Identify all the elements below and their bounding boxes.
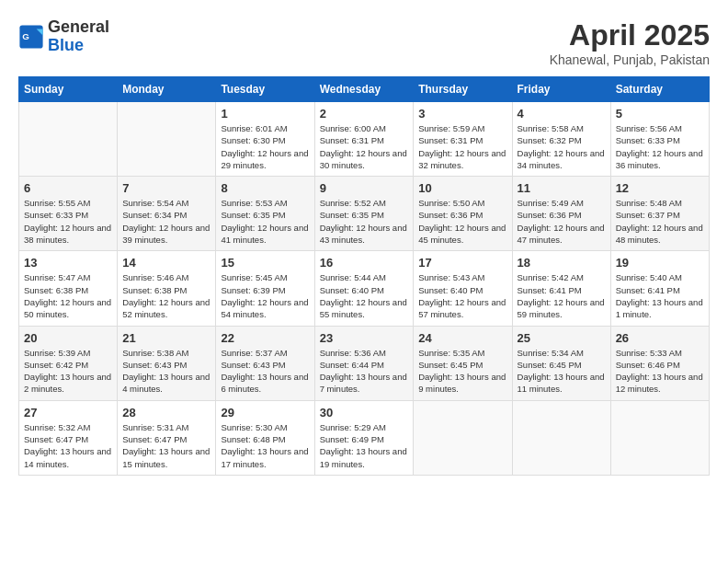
- day-number: 25: [518, 331, 606, 345]
- calendar-cell: 27Sunrise: 5:32 AMSunset: 6:47 PMDayligh…: [19, 400, 118, 475]
- calendar-cell: 29Sunrise: 5:30 AMSunset: 6:48 PMDayligh…: [216, 400, 314, 475]
- day-number: 29: [221, 406, 309, 419]
- calendar-cell: 30Sunrise: 5:29 AMSunset: 6:49 PMDayligh…: [314, 400, 414, 475]
- day-info: Sunrise: 5:29 AMSunset: 6:49 PMDaylight:…: [320, 421, 409, 470]
- logo: G General Blue: [18, 18, 109, 55]
- calendar-cell: [512, 400, 610, 475]
- day-number: 5: [616, 107, 704, 121]
- day-info: Sunrise: 5:50 AMSunset: 6:36 PMDaylight:…: [418, 197, 506, 246]
- week-row: 1Sunrise: 6:01 AMSunset: 6:30 PMDaylight…: [19, 102, 710, 177]
- svg-text:G: G: [22, 31, 29, 41]
- calendar-cell: 28Sunrise: 5:31 AMSunset: 6:47 PMDayligh…: [118, 400, 216, 475]
- day-number: 28: [122, 406, 210, 419]
- column-header-saturday: Saturday: [610, 77, 709, 102]
- calendar-cell: 17Sunrise: 5:43 AMSunset: 6:40 PMDayligh…: [414, 251, 512, 326]
- day-number: 7: [122, 181, 210, 195]
- week-row: 13Sunrise: 5:47 AMSunset: 6:38 PMDayligh…: [19, 251, 710, 326]
- calendar-cell: 6Sunrise: 5:55 AMSunset: 6:33 PMDaylight…: [19, 177, 118, 251]
- day-number: 19: [616, 256, 704, 270]
- day-number: 10: [418, 181, 506, 195]
- day-info: Sunrise: 5:58 AMSunset: 6:32 PMDaylight:…: [518, 122, 606, 171]
- column-header-sunday: Sunday: [19, 77, 118, 102]
- calendar-cell: 10Sunrise: 5:50 AMSunset: 6:36 PMDayligh…: [414, 177, 512, 251]
- day-number: 4: [518, 107, 606, 121]
- day-info: Sunrise: 6:01 AMSunset: 6:30 PMDaylight:…: [221, 122, 309, 171]
- day-info: Sunrise: 5:45 AMSunset: 6:39 PMDaylight:…: [221, 271, 309, 320]
- title-area: April 2025 Khanewal, Punjab, Pakistan: [550, 18, 710, 67]
- week-row: 27Sunrise: 5:32 AMSunset: 6:47 PMDayligh…: [19, 400, 710, 475]
- week-row: 20Sunrise: 5:39 AMSunset: 6:42 PMDayligh…: [19, 326, 710, 400]
- day-info: Sunrise: 5:38 AMSunset: 6:43 PMDaylight:…: [122, 347, 210, 396]
- day-number: 14: [122, 256, 210, 270]
- day-info: Sunrise: 5:31 AMSunset: 6:47 PMDaylight:…: [122, 421, 210, 470]
- calendar-cell: 21Sunrise: 5:38 AMSunset: 6:43 PMDayligh…: [118, 326, 216, 400]
- day-info: Sunrise: 5:36 AMSunset: 6:44 PMDaylight:…: [320, 347, 409, 396]
- day-info: Sunrise: 5:33 AMSunset: 6:46 PMDaylight:…: [616, 347, 704, 396]
- location-title: Khanewal, Punjab, Pakistan: [550, 52, 710, 67]
- day-info: Sunrise: 5:54 AMSunset: 6:34 PMDaylight:…: [122, 197, 210, 246]
- logo-text: General Blue: [48, 18, 109, 55]
- day-info: Sunrise: 5:39 AMSunset: 6:42 PMDaylight:…: [24, 347, 112, 396]
- day-number: 11: [518, 181, 606, 195]
- day-number: 6: [24, 181, 112, 195]
- calendar-cell: 7Sunrise: 5:54 AMSunset: 6:34 PMDaylight…: [118, 177, 216, 251]
- week-row: 6Sunrise: 5:55 AMSunset: 6:33 PMDaylight…: [19, 177, 710, 251]
- column-header-wednesday: Wednesday: [314, 77, 414, 102]
- day-number: 24: [418, 331, 506, 345]
- day-info: Sunrise: 5:56 AMSunset: 6:33 PMDaylight:…: [616, 122, 704, 171]
- calendar-cell: 16Sunrise: 5:44 AMSunset: 6:40 PMDayligh…: [314, 251, 414, 326]
- month-title: April 2025: [550, 18, 710, 52]
- logo-line1: General: [48, 18, 109, 37]
- calendar-cell: 24Sunrise: 5:35 AMSunset: 6:45 PMDayligh…: [414, 326, 512, 400]
- calendar-cell: 12Sunrise: 5:48 AMSunset: 6:37 PMDayligh…: [610, 177, 709, 251]
- day-info: Sunrise: 5:47 AMSunset: 6:38 PMDaylight:…: [24, 271, 112, 320]
- calendar-cell: 11Sunrise: 5:49 AMSunset: 6:36 PMDayligh…: [512, 177, 610, 251]
- day-number: 16: [320, 256, 409, 270]
- day-number: 13: [24, 256, 112, 270]
- calendar-cell: 19Sunrise: 5:40 AMSunset: 6:41 PMDayligh…: [610, 251, 709, 326]
- calendar-cell: 3Sunrise: 5:59 AMSunset: 6:31 PMDaylight…: [414, 102, 512, 177]
- day-number: 26: [616, 331, 704, 345]
- day-number: 3: [418, 107, 506, 121]
- day-number: 17: [418, 256, 506, 270]
- calendar-cell: 18Sunrise: 5:42 AMSunset: 6:41 PMDayligh…: [512, 251, 610, 326]
- calendar-cell: 25Sunrise: 5:34 AMSunset: 6:45 PMDayligh…: [512, 326, 610, 400]
- logo-icon: G: [18, 24, 44, 50]
- calendar-cell: 9Sunrise: 5:52 AMSunset: 6:35 PMDaylight…: [314, 177, 414, 251]
- column-header-thursday: Thursday: [414, 77, 512, 102]
- day-info: Sunrise: 5:48 AMSunset: 6:37 PMDaylight:…: [616, 197, 704, 246]
- calendar-cell: 22Sunrise: 5:37 AMSunset: 6:43 PMDayligh…: [216, 326, 314, 400]
- day-info: Sunrise: 5:52 AMSunset: 6:35 PMDaylight:…: [320, 197, 409, 246]
- calendar-cell: 14Sunrise: 5:46 AMSunset: 6:38 PMDayligh…: [118, 251, 216, 326]
- day-number: 2: [320, 107, 409, 121]
- day-info: Sunrise: 5:43 AMSunset: 6:40 PMDaylight:…: [418, 271, 506, 320]
- calendar-cell: 5Sunrise: 5:56 AMSunset: 6:33 PMDaylight…: [610, 102, 709, 177]
- column-header-monday: Monday: [118, 77, 216, 102]
- calendar-cell: 8Sunrise: 5:53 AMSunset: 6:35 PMDaylight…: [216, 177, 314, 251]
- day-info: Sunrise: 5:49 AMSunset: 6:36 PMDaylight:…: [518, 197, 606, 246]
- calendar-cell: 4Sunrise: 5:58 AMSunset: 6:32 PMDaylight…: [512, 102, 610, 177]
- calendar-cell: 26Sunrise: 5:33 AMSunset: 6:46 PMDayligh…: [610, 326, 709, 400]
- calendar-cell: [118, 102, 216, 177]
- calendar-cell: 2Sunrise: 6:00 AMSunset: 6:31 PMDaylight…: [314, 102, 414, 177]
- day-info: Sunrise: 5:55 AMSunset: 6:33 PMDaylight:…: [24, 197, 112, 246]
- calendar-cell: 20Sunrise: 5:39 AMSunset: 6:42 PMDayligh…: [19, 326, 118, 400]
- day-info: Sunrise: 5:30 AMSunset: 6:48 PMDaylight:…: [221, 421, 309, 470]
- day-info: Sunrise: 5:35 AMSunset: 6:45 PMDaylight:…: [418, 347, 506, 396]
- day-number: 20: [24, 331, 112, 345]
- calendar-cell: 1Sunrise: 6:01 AMSunset: 6:30 PMDaylight…: [216, 102, 314, 177]
- calendar-table: SundayMondayTuesdayWednesdayThursdayFrid…: [18, 76, 710, 476]
- logo-line2: Blue: [48, 37, 109, 55]
- day-number: 8: [221, 181, 309, 195]
- day-info: Sunrise: 5:42 AMSunset: 6:41 PMDaylight:…: [518, 271, 606, 320]
- column-header-friday: Friday: [512, 77, 610, 102]
- day-info: Sunrise: 5:44 AMSunset: 6:40 PMDaylight:…: [320, 271, 409, 320]
- day-info: Sunrise: 5:40 AMSunset: 6:41 PMDaylight:…: [616, 271, 704, 320]
- day-number: 9: [320, 181, 409, 195]
- day-number: 1: [221, 107, 309, 121]
- day-info: Sunrise: 5:34 AMSunset: 6:45 PMDaylight:…: [518, 347, 606, 396]
- calendar-cell: [610, 400, 709, 475]
- day-info: Sunrise: 5:59 AMSunset: 6:31 PMDaylight:…: [418, 122, 506, 171]
- day-number: 12: [616, 181, 704, 195]
- day-number: 30: [320, 406, 409, 419]
